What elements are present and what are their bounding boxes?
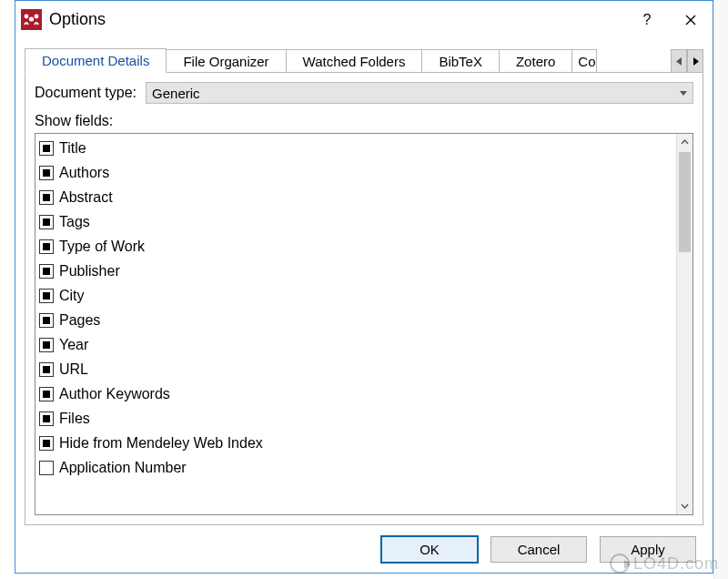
- field-checkbox[interactable]: [39, 461, 54, 475]
- tab-strip: Document DetailsFile OrganizerWatched Fo…: [25, 46, 703, 73]
- scroll-down-button[interactable]: [677, 498, 693, 514]
- tab-panel-document-details: Document type: Generic Show fields: Titl…: [25, 72, 703, 525]
- titlebar: Options ?: [15, 1, 713, 38]
- tab-scroll-right[interactable]: [687, 49, 703, 73]
- tab-scrollers: [671, 49, 703, 73]
- close-icon: [685, 15, 696, 25]
- field-checkbox[interactable]: [39, 264, 54, 279]
- field-item[interactable]: Application Number: [39, 455, 672, 480]
- options-dialog: Options ? Document DetailsFile Organizer…: [15, 0, 713, 574]
- fields-list[interactable]: TitleAuthorsAbstractTagsType of WorkPubl…: [35, 134, 676, 514]
- field-label: Type of Work: [59, 239, 145, 255]
- arrow-left-icon: [676, 57, 682, 66]
- tab-document-details[interactable]: Document Details: [25, 48, 167, 73]
- listbox-scrollbar[interactable]: [676, 134, 693, 514]
- field-label: City: [59, 288, 85, 304]
- scroll-up-button[interactable]: [677, 134, 693, 150]
- field-item[interactable]: Tags: [39, 209, 672, 234]
- field-checkbox[interactable]: [39, 215, 54, 229]
- watermark-icon: [610, 554, 630, 574]
- chevron-down-icon: [681, 503, 689, 509]
- watermark: LO4D.com: [610, 554, 719, 574]
- field-checkbox[interactable]: [39, 411, 54, 426]
- tab-bibtex[interactable]: BibTeX: [421, 49, 500, 73]
- chevron-up-icon: [681, 139, 689, 145]
- field-label: Title: [59, 140, 86, 157]
- field-checkbox[interactable]: [39, 289, 54, 303]
- field-checkbox[interactable]: [39, 387, 54, 401]
- svg-marker-6: [693, 57, 699, 66]
- field-label: Files: [59, 411, 90, 427]
- field-label: Publisher: [59, 263, 120, 279]
- svg-point-1: [35, 15, 39, 19]
- show-fields-label: Show fields:: [35, 113, 693, 129]
- field-checkbox[interactable]: [39, 338, 54, 352]
- document-type-label: Document type:: [35, 85, 136, 101]
- ok-button[interactable]: OK: [381, 536, 478, 563]
- field-item[interactable]: Title: [39, 136, 672, 160]
- watermark-text: LO4D.com: [633, 554, 719, 574]
- tab-scroll-left[interactable]: [671, 49, 687, 73]
- field-label: Application Number: [59, 460, 187, 476]
- field-item[interactable]: Type of Work: [39, 234, 672, 259]
- field-item[interactable]: Pages: [39, 308, 672, 332]
- field-label: URL: [59, 361, 88, 378]
- dialog-content: Document DetailsFile OrganizerWatched Fo…: [15, 38, 713, 525]
- field-item[interactable]: Author Keywords: [39, 381, 672, 406]
- field-item[interactable]: Hide from Mendeley Web Index: [39, 431, 672, 455]
- tab-watched-folders[interactable]: Watched Folders: [286, 49, 423, 73]
- close-button[interactable]: [669, 1, 713, 38]
- field-label: Year: [59, 337, 88, 353]
- document-type-dropdown[interactable]: Generic: [146, 82, 693, 104]
- field-item[interactable]: Abstract: [39, 185, 672, 209]
- tab-zotero[interactable]: Zotero: [499, 49, 572, 73]
- tab-connection[interactable]: Co: [571, 49, 597, 73]
- field-label: Abstract: [59, 189, 113, 206]
- field-item[interactable]: Year: [39, 332, 672, 357]
- field-label: Hide from Mendeley Web Index: [59, 435, 263, 452]
- scrollbar-thumb[interactable]: [679, 152, 691, 252]
- mendeley-icon: [21, 9, 42, 30]
- field-checkbox[interactable]: [39, 436, 54, 451]
- svg-point-0: [25, 15, 29, 19]
- dialog-title: Options: [49, 10, 106, 29]
- svg-marker-5: [676, 57, 682, 66]
- tab-file-organizer[interactable]: File Organizer: [166, 49, 286, 73]
- field-label: Tags: [59, 214, 90, 230]
- field-checkbox[interactable]: [39, 239, 54, 254]
- field-checkbox[interactable]: [39, 313, 54, 328]
- fields-listbox: TitleAuthorsAbstractTagsType of WorkPubl…: [35, 133, 693, 515]
- cancel-button[interactable]: Cancel: [490, 536, 587, 563]
- document-type-row: Document type: Generic: [35, 82, 693, 104]
- field-checkbox[interactable]: [39, 141, 54, 156]
- dialog-button-row: OK Cancel Apply: [15, 525, 713, 573]
- field-checkbox[interactable]: [39, 166, 54, 180]
- field-item[interactable]: URL: [39, 357, 672, 381]
- field-checkbox[interactable]: [39, 362, 54, 377]
- field-checkbox[interactable]: [39, 190, 54, 205]
- field-item[interactable]: Authors: [39, 160, 672, 185]
- svg-point-2: [29, 16, 34, 21]
- background-window-edge: [713, 0, 728, 579]
- field-label: Authors: [59, 165, 109, 181]
- arrow-right-icon: [693, 57, 699, 66]
- document-type-value: Generic: [152, 86, 200, 101]
- field-item[interactable]: City: [39, 283, 672, 308]
- field-item[interactable]: Files: [39, 406, 672, 431]
- help-button[interactable]: ?: [625, 1, 669, 38]
- field-label: Pages: [59, 312, 100, 329]
- field-item[interactable]: Publisher: [39, 259, 672, 283]
- field-label: Author Keywords: [59, 386, 170, 402]
